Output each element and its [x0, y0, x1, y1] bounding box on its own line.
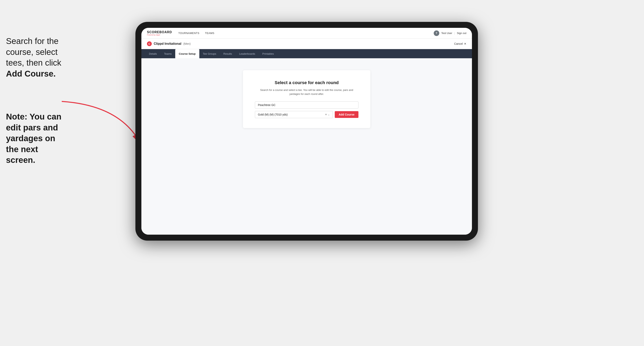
sign-out-link[interactable]: Sign out [457, 32, 466, 35]
annotation-note-text: Note: You can edit pars and yardages on … [6, 112, 61, 165]
nav-tournaments[interactable]: TOURNAMENTS [178, 32, 200, 35]
tab-results[interactable]: Results [220, 49, 236, 58]
user-name: Test User [441, 32, 452, 35]
annotation-line3: tees, then click [6, 58, 61, 67]
tab-details[interactable]: Details [145, 49, 160, 58]
nav-teams[interactable]: TEAMS [205, 32, 214, 35]
tab-details-label: Details [149, 52, 157, 55]
logo-area: SCOREBOARD Powered by clippd [147, 30, 172, 36]
tee-select-value: Gold (M) (M) (7010 yds) [258, 113, 325, 116]
clear-icon[interactable]: ✕ [325, 113, 327, 116]
tournament-icon: C [147, 41, 152, 46]
separator: | [454, 32, 455, 35]
annotation-note: Note: You can edit pars and yardages on … [6, 111, 64, 166]
tee-select-dropdown[interactable]: Gold (M) (M) (7010 yds) ✕ ⌄ [255, 111, 333, 118]
tee-select-row: Gold (M) (M) (7010 yds) ✕ ⌄ Add Course [255, 111, 358, 118]
tournament-name: Clippd Invitational [154, 42, 182, 45]
course-search-input[interactable] [255, 101, 358, 109]
course-card-description: Search for a course and select a tee. Yo… [255, 88, 358, 96]
tablet-screen: SCOREBOARD Powered by clippd TOURNAMENTS… [142, 28, 472, 235]
logo-sub: Powered by clippd [147, 34, 172, 36]
chevron-icon: ⌄ [328, 113, 330, 116]
tab-course-setup-label: Course Setup [179, 52, 196, 55]
user-avatar: T [434, 30, 439, 36]
tab-results-label: Results [224, 52, 232, 55]
add-course-button[interactable]: Add Course [335, 111, 358, 118]
tab-tee-groups[interactable]: Tee Groups [199, 49, 220, 58]
main-content: Select a course for each round Search fo… [142, 58, 472, 235]
tab-tee-groups-label: Tee Groups [203, 52, 216, 55]
nav-links: TOURNAMENTS TEAMS [178, 32, 434, 35]
user-area: T Test User | Sign out [434, 30, 466, 36]
tournament-format: (Men) [184, 42, 191, 45]
course-setup-card: Select a course for each round Search fo… [243, 70, 370, 128]
tab-printables[interactable]: Printables [259, 49, 278, 58]
tab-printables-label: Printables [262, 52, 274, 55]
add-course-label: Add Course [339, 113, 354, 116]
annotation-line4: Add Course. [6, 69, 56, 78]
tab-teams[interactable]: Teams [160, 49, 175, 58]
tab-course-setup[interactable]: Course Setup [175, 49, 199, 58]
tournament-header: C Clippd Invitational (Men) Cancel ✕ [142, 39, 472, 49]
tournament-title-area: C Clippd Invitational (Men) [147, 41, 190, 46]
tab-teams-label: Teams [164, 52, 172, 55]
tab-bar: Details Teams Course Setup Tee Groups Re… [142, 49, 472, 58]
cancel-icon: ✕ [464, 42, 466, 45]
annotation-text: Search for the course, select tees, then… [6, 36, 62, 79]
annotation-line2: course, select [6, 47, 58, 57]
tab-leaderboards-label: Leaderboards [239, 52, 255, 55]
annotation-line1: Search for the [6, 36, 58, 46]
cancel-button[interactable]: Cancel ✕ [454, 42, 466, 45]
course-card-title: Select a course for each round [255, 80, 358, 85]
top-navigation: SCOREBOARD Powered by clippd TOURNAMENTS… [142, 28, 472, 39]
tee-select-icons: ✕ ⌄ [325, 113, 330, 116]
tablet-device: SCOREBOARD Powered by clippd TOURNAMENTS… [136, 22, 478, 241]
cancel-label: Cancel [454, 42, 463, 45]
logo-text: SCOREBOARD [147, 30, 172, 34]
tab-leaderboards[interactable]: Leaderboards [236, 49, 259, 58]
